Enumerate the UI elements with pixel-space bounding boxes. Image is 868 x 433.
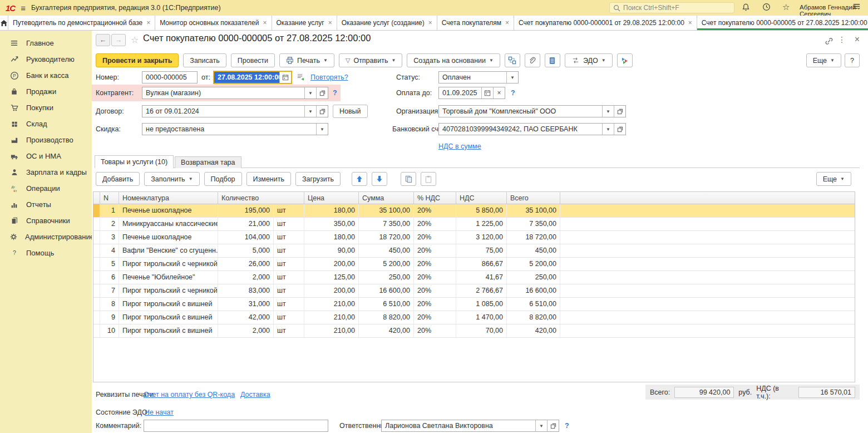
cell-sum[interactable]: 7 350,00: [359, 218, 414, 230]
cell-n[interactable]: 6: [100, 271, 119, 284]
favorite-star-icon[interactable]: ☆: [131, 35, 139, 45]
cell-sum[interactable]: 5 200,00: [359, 258, 414, 270]
cell-price[interactable]: 200,00: [304, 284, 359, 297]
cell-n[interactable]: 5: [100, 258, 119, 270]
cell-quantity[interactable]: 83,000: [218, 284, 274, 297]
repeat-link[interactable]: Повторять?: [310, 71, 348, 83]
app-tab[interactable]: Оказание услуг (создание) ×: [337, 16, 437, 30]
caret-down-icon[interactable]: ▼: [602, 106, 614, 117]
register-records-button[interactable]: [545, 53, 560, 67]
vat-in-sum-link[interactable]: НДС в сумме: [438, 140, 481, 152]
cell-price[interactable]: 90,00: [304, 244, 359, 257]
load-button[interactable]: Загрузить: [295, 172, 341, 186]
cell-quantity[interactable]: 21,000: [218, 218, 274, 230]
cell-n[interactable]: 10: [100, 324, 119, 337]
global-search-input[interactable]: Поиск Ctrl+Shift+F: [609, 2, 734, 13]
cell-quantity[interactable]: 104,000: [218, 231, 274, 244]
app-tab[interactable]: Счет покупателю 0000-000001 от 29.08.202…: [514, 16, 697, 30]
counterparty-help[interactable]: ?: [333, 87, 337, 99]
cell-vat-percent[interactable]: 20%: [414, 231, 456, 244]
tab-close-icon[interactable]: ×: [328, 19, 332, 27]
caret-down-icon[interactable]: ▼: [535, 420, 547, 431]
print-button[interactable]: Печать▼: [279, 53, 334, 67]
cell-price[interactable]: 210,00: [304, 298, 359, 311]
pay-until-help[interactable]: ?: [511, 87, 515, 99]
cell-vat[interactable]: 70,00: [456, 324, 507, 337]
comment-input[interactable]: [144, 420, 328, 432]
form-more-button[interactable]: Еще▼: [806, 53, 841, 67]
tab-close-icon[interactable]: ×: [505, 19, 509, 27]
cell-total[interactable]: 16 600,00: [507, 284, 560, 297]
cell-total[interactable]: 5 200,00: [507, 258, 560, 270]
sidebar-item[interactable]: ? Помощь: [0, 245, 92, 261]
move-down-button[interactable]: [372, 172, 387, 186]
items-tab[interactable]: Товары и услуги (10): [95, 155, 174, 168]
cell-sum[interactable]: 16 600,00: [359, 284, 414, 297]
open-icon[interactable]: [614, 106, 625, 117]
cell-n[interactable]: 9: [100, 311, 119, 324]
repeat-schedule-icon[interactable]: [297, 73, 305, 82]
cell-price[interactable]: 210,00: [304, 311, 359, 324]
sidebar-item[interactable]: Справочники: [0, 213, 92, 229]
open-icon[interactable]: [547, 420, 559, 431]
sidebar-item[interactable]: Производство: [0, 132, 92, 148]
get-link-icon[interactable]: [825, 37, 834, 47]
caret-down-icon[interactable]: ▼: [304, 87, 316, 99]
caret-down-icon[interactable]: ▼: [506, 72, 518, 83]
number-input[interactable]: 0000-000005: [142, 71, 198, 83]
edo-state-link[interactable]: Не начат: [145, 406, 174, 419]
delivery-link[interactable]: Доставка: [240, 388, 270, 401]
calendar-icon[interactable]: [481, 87, 493, 99]
cell-vat-percent[interactable]: 20%: [414, 271, 456, 284]
table-row[interactable]: 8 Пирог тирольский с вишней 31,000 шт 21…: [93, 298, 855, 311]
cell-unit[interactable]: шт: [274, 231, 304, 244]
pay-until-input[interactable]: 01.09.2025 ×: [438, 87, 505, 99]
table-row[interactable]: 1 Печенье шоколадное 195,000 шт 180,00 3…: [93, 204, 855, 218]
cell-vat-percent[interactable]: 20%: [414, 218, 456, 230]
counterparty-input[interactable]: Вулкан (магазин) ▼: [142, 87, 328, 99]
cell-vat[interactable]: 1 470,00: [456, 311, 507, 324]
cell-price[interactable]: 210,00: [304, 324, 359, 337]
app-tab[interactable]: Счет покупателю 0000-000005 от 27.08.202…: [697, 16, 868, 30]
cell-nomenclature[interactable]: Печенье "Юбилейное": [119, 271, 218, 284]
save-button[interactable]: Записать: [183, 53, 226, 67]
attachments-button[interactable]: [525, 53, 540, 67]
service-menu-icon[interactable]: [852, 3, 861, 11]
cell-unit[interactable]: шт: [274, 298, 304, 311]
cell-unit[interactable]: шт: [274, 324, 304, 337]
cell-unit[interactable]: шт: [274, 271, 304, 284]
cell-n[interactable]: 7: [100, 284, 119, 297]
cell-n[interactable]: 4: [100, 244, 119, 257]
cell-price[interactable]: 180,00: [304, 231, 359, 244]
cell-total[interactable]: 6 510,00: [507, 298, 560, 311]
fill-button[interactable]: Заполнить▼: [144, 172, 199, 186]
cell-vat-percent[interactable]: 20%: [414, 244, 456, 257]
cell-nomenclature[interactable]: Вафли "Венские" со сгущенн...: [119, 244, 218, 257]
cell-sum[interactable]: 35 100,00: [359, 204, 414, 217]
cell-vat[interactable]: 866,67: [456, 258, 507, 270]
cell-vat[interactable]: 3 120,00: [456, 231, 507, 244]
post-and-close-button[interactable]: Провести и закрыть: [96, 53, 179, 67]
sidebar-item[interactable]: Продажи: [0, 83, 92, 100]
cell-sum[interactable]: 6 510,00: [359, 298, 414, 311]
responsible-help[interactable]: ?: [565, 420, 569, 432]
app-tab[interactable]: Монитор основных показателей ×: [155, 16, 272, 30]
cell-sum[interactable]: 450,00: [359, 244, 414, 257]
cell-nomenclature[interactable]: Пирог тирольский с черникой: [119, 284, 218, 297]
cell-unit[interactable]: шт: [274, 218, 304, 230]
organization-input[interactable]: Торговый дом "Комплексный" ООО ▼: [438, 105, 626, 117]
cell-nomenclature[interactable]: Пирог тирольский с черникой: [119, 258, 218, 270]
cell-price[interactable]: 200,00: [304, 258, 359, 270]
tab-close-icon[interactable]: ×: [263, 19, 267, 27]
forward-button[interactable]: →: [111, 34, 126, 46]
cell-total[interactable]: 250,00: [507, 271, 560, 284]
cell-vat[interactable]: 2 766,67: [456, 284, 507, 297]
table-row[interactable]: 9 Пирог тирольский с вишней 42,000 шт 21…: [93, 311, 855, 324]
table-row[interactable]: 5 Пирог тирольский с черникой 26,000 шт …: [93, 258, 855, 271]
document-structure-button[interactable]: [505, 53, 520, 67]
cell-nomenclature[interactable]: Печенье шоколадное: [119, 231, 218, 244]
invoice-no-qr-link[interactable]: Счет на оплату без QR-кода: [144, 388, 235, 401]
cell-unit[interactable]: шт: [274, 258, 304, 270]
cell-sum[interactable]: 18 720,00: [359, 231, 414, 244]
cell-quantity[interactable]: 2,000: [218, 324, 274, 337]
